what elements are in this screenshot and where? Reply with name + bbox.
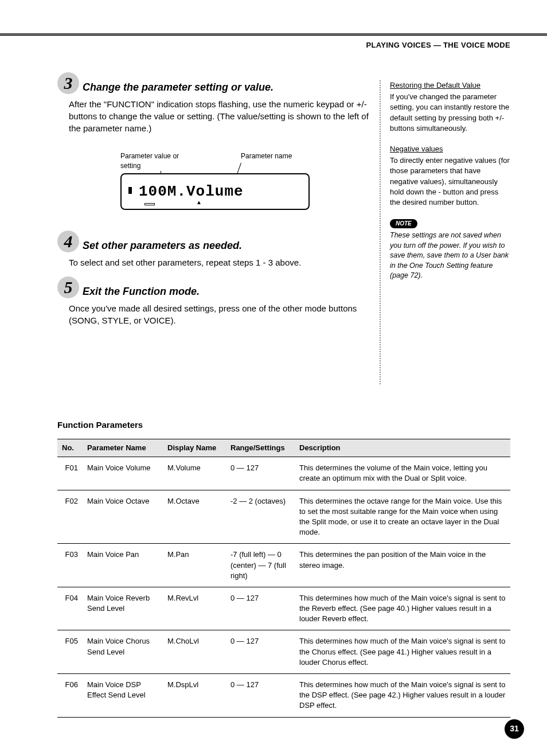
- step-title: Exit the Function mode.: [83, 285, 373, 299]
- cell-range: 0 — 127: [226, 457, 295, 490]
- step-5: 5 Exit the Function mode. Once you've ma…: [57, 285, 373, 326]
- col-header-range: Range/Settings: [226, 439, 295, 457]
- step-number-badge: 5: [57, 276, 79, 298]
- note-text: These settings are not saved when you tu…: [390, 231, 510, 281]
- sidebar-restore: Restoring the Default Value If you've ch…: [390, 80, 510, 134]
- lcd-indicator-icon: [128, 187, 132, 194]
- table-row: F03Main Voice PanM.Pan-7 (full left) — 0…: [57, 544, 510, 587]
- lcd-value: 100: [139, 183, 167, 200]
- cell-dname: M.Pan: [163, 544, 226, 587]
- cell-range: 0 — 127: [226, 587, 295, 630]
- table-row: F04Main Voice Reverb Send LevelM.RevLvl0…: [57, 587, 510, 630]
- cell-no: F06: [57, 674, 83, 718]
- cell-pname: Main Voice Reverb Send Level: [83, 587, 163, 630]
- step-body: Once you've made all desired settings, p…: [69, 302, 373, 326]
- step-4: 4 Set other parameters as needed. To sel…: [57, 239, 373, 268]
- cell-range: 0 — 127: [226, 630, 295, 674]
- function-parameters-section: Function Parameters No. Parameter Name D…: [57, 384, 510, 718]
- cell-range: 0 — 127: [226, 674, 295, 718]
- cell-pname: Main Voice DSP Effect Send Level: [83, 674, 163, 718]
- step-3: 3 Change the parameter setting or value.…: [57, 80, 373, 134]
- step-number: 3: [64, 71, 73, 95]
- table-header-row: No. Parameter Name Display Name Range/Se…: [57, 439, 510, 457]
- step-number: 4: [64, 229, 73, 254]
- cell-no: F01: [57, 457, 83, 490]
- header-rule: [0, 33, 547, 36]
- cell-desc: This determines the pan position of the …: [295, 544, 510, 587]
- col-header-no: No.: [57, 439, 83, 457]
- cell-desc: This determines the volume of the Main v…: [295, 457, 510, 490]
- page-number-badge: 31: [505, 719, 524, 739]
- sidebar-body: To directly enter negative values (for t…: [390, 155, 510, 208]
- cell-dname: M.RevLvl: [163, 587, 226, 630]
- cell-dname: M.Octave: [163, 490, 226, 544]
- sidebar-negative: Negative values To directly enter negati…: [390, 144, 510, 208]
- sidebar-heading: Negative values: [390, 144, 510, 154]
- col-header-desc: Description: [295, 439, 510, 457]
- cell-dname: M.ChoLvl: [163, 630, 226, 674]
- step-body: After the "FUNCTION" indication stops fl…: [69, 98, 373, 134]
- section-header: PLAYING VOICES — THE VOICE MODE: [366, 40, 510, 50]
- sidebar-note: NOTE These settings are not saved when y…: [390, 218, 510, 281]
- lcd-figure: Parameter value or setting Parameter nam…: [120, 151, 310, 210]
- cell-range: -2 — 2 (octaves): [226, 490, 295, 544]
- cell-no: F05: [57, 630, 83, 674]
- lcd-param-name: M.Volume: [167, 183, 244, 200]
- table-row: F01Main Voice VolumeM.Volume0 — 127This …: [57, 457, 510, 490]
- table-row: F06Main Voice DSP Effect Send LevelM.Dsp…: [57, 674, 510, 718]
- content-area: 3 Change the parameter setting or value.…: [57, 80, 510, 718]
- cell-no: F03: [57, 544, 83, 587]
- cell-no: F02: [57, 490, 83, 544]
- cell-no: F04: [57, 587, 83, 630]
- page-number: 31: [510, 723, 519, 735]
- cell-dname: M.Volume: [163, 457, 226, 490]
- lcd-bottom-indicator: [144, 203, 155, 205]
- cell-dname: M.DspLvl: [163, 674, 226, 718]
- lcd-caret-icon: ▲: [196, 198, 202, 206]
- cell-pname: Main Voice Octave: [83, 490, 163, 544]
- sidebar-body: If you've changed the parameter setting,…: [390, 92, 510, 134]
- cell-range: -7 (full left) — 0 (center) — 7 (full ri…: [226, 544, 295, 587]
- function-parameters-table: No. Parameter Name Display Name Range/Se…: [57, 439, 510, 718]
- table-row: F02Main Voice OctaveM.Octave-2 — 2 (octa…: [57, 490, 510, 544]
- step-body: To select and set other parameters, repe…: [69, 256, 373, 268]
- step-title: Set other parameters as needed.: [83, 239, 373, 253]
- figure-label-name: Parameter name: [241, 151, 310, 171]
- step-number: 5: [64, 275, 73, 299]
- main-column: 3 Change the parameter setting or value.…: [57, 80, 373, 342]
- table-row: F05Main Voice Chorus Send LevelM.ChoLvl0…: [57, 630, 510, 674]
- step-title: Change the parameter setting or value.: [83, 80, 373, 95]
- cell-desc: This determines the octave range for the…: [295, 490, 510, 544]
- function-parameters-title: Function Parameters: [57, 419, 510, 431]
- figure-label-value: Parameter value or setting: [120, 151, 201, 171]
- step-number-badge: 3: [57, 72, 79, 94]
- cell-pname: Main Voice Volume: [83, 457, 163, 490]
- cell-pname: Main Voice Chorus Send Level: [83, 630, 163, 674]
- sidebar-divider: [380, 80, 381, 384]
- cell-desc: This determines how much of the Main voi…: [295, 630, 510, 674]
- sidebar: Restoring the Default Value If you've ch…: [390, 80, 510, 384]
- note-badge: NOTE: [390, 219, 417, 228]
- cell-pname: Main Voice Pan: [83, 544, 163, 587]
- col-header-dname: Display Name: [163, 439, 226, 457]
- sidebar-heading: Restoring the Default Value: [390, 80, 510, 91]
- cell-desc: This determines how much of the Main voi…: [295, 674, 510, 718]
- lcd-display: 100M.Volume ▲: [120, 173, 310, 210]
- step-number-badge: 4: [57, 231, 79, 252]
- col-header-pname: Parameter Name: [83, 439, 163, 457]
- lcd-text: 100M.Volume: [139, 181, 244, 202]
- cell-desc: This determines how much of the Main voi…: [295, 587, 510, 630]
